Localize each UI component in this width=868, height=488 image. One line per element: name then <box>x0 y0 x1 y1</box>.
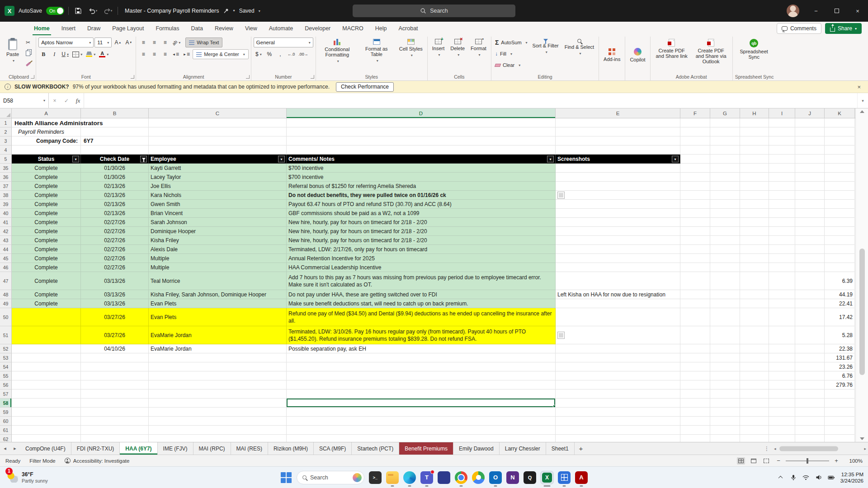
sheet-tab-mai-res[interactable]: MAI (RES) <box>231 442 268 455</box>
name-box[interactable]: D58 ▾ <box>0 93 49 108</box>
cell-j37[interactable] <box>795 182 825 191</box>
cell-j2[interactable] <box>795 127 825 136</box>
cell-c59[interactable] <box>149 408 287 417</box>
cell-e56[interactable] <box>556 380 680 389</box>
cell-f1[interactable] <box>680 118 710 127</box>
row-header-5[interactable]: 5 <box>0 155 12 164</box>
cell-b54[interactable] <box>81 362 149 371</box>
row-header-58[interactable]: 58 <box>0 399 12 408</box>
row-header-48[interactable]: 48 <box>0 290 12 299</box>
cell-a57[interactable] <box>12 389 81 399</box>
cell-a59[interactable] <box>12 408 81 417</box>
cell-d48[interactable]: Do not pay under HAA, these are getting … <box>287 290 556 299</box>
autosave-toggle[interactable]: On <box>46 7 64 15</box>
cell-g55[interactable] <box>710 371 740 380</box>
fill-color-button[interactable]: ▾ <box>85 49 97 59</box>
decrease-decimal-button[interactable]: .00→ <box>297 49 310 59</box>
taskbar-app-app1[interactable] <box>438 471 450 484</box>
cell-c57[interactable] <box>149 389 287 399</box>
increase-font-size-button[interactable]: A▴ <box>113 38 123 47</box>
cell-e60[interactable] <box>556 417 680 426</box>
row-header-50[interactable]: 50 <box>0 308 12 326</box>
decrease-font-size-button[interactable]: A▾ <box>123 38 133 47</box>
autosum-button[interactable]: ΣAutoSum▾ <box>494 38 529 47</box>
cell-c37[interactable]: Joe Ellis <box>149 182 287 191</box>
scroll-right-icon[interactable]: ▸ <box>864 446 866 451</box>
cell-h5[interactable] <box>740 155 769 164</box>
cell-b36[interactable]: 01/30/26 <box>81 173 149 182</box>
cell-a53[interactable] <box>12 353 81 362</box>
cell-b59[interactable] <box>81 408 149 417</box>
cell-c61[interactable] <box>149 426 287 435</box>
cell-f62[interactable] <box>680 435 710 442</box>
weather-widget[interactable]: 1 36°F Partly sunny <box>4 469 52 486</box>
cell-a47[interactable]: Complete <box>12 272 81 290</box>
cell-f59[interactable] <box>680 408 710 417</box>
cell-g47[interactable] <box>710 272 740 290</box>
font-size-select[interactable]: 11▾ <box>94 38 112 47</box>
cell-b41[interactable]: 02/27/26 <box>81 218 149 227</box>
insert-cells-button[interactable]: + Insert ▾ <box>430 38 447 59</box>
cell-f4[interactable] <box>680 145 710 155</box>
close-button[interactable]: × <box>847 0 868 22</box>
column-header-j[interactable]: J <box>795 108 825 118</box>
accounting-format-button[interactable]: $▾ <box>254 49 264 59</box>
ribbon-tab-review[interactable]: Review <box>209 22 239 35</box>
cell-f40[interactable] <box>680 209 710 218</box>
cell-d3[interactable] <box>287 136 556 145</box>
cell-i36[interactable] <box>769 173 795 182</box>
cell-j61[interactable] <box>795 426 825 435</box>
cell-c1[interactable] <box>149 118 287 127</box>
cell-h42[interactable] <box>740 227 769 236</box>
cell-i50[interactable] <box>769 308 795 326</box>
cell-i39[interactable] <box>769 200 795 209</box>
column-header-a[interactable]: A <box>12 108 81 118</box>
filter-dropdown-button-a[interactable]: ▾ <box>72 155 79 162</box>
cell-h57[interactable] <box>740 389 769 399</box>
clipboard-dialog-launcher[interactable] <box>31 75 34 79</box>
cell-g44[interactable] <box>710 245 740 254</box>
cell-d55[interactable] <box>287 371 556 380</box>
cell-i52[interactable] <box>769 344 795 353</box>
row-header-2[interactable]: 2 <box>0 127 12 136</box>
battery-icon[interactable] <box>828 474 835 481</box>
filter-dropdown-button-e[interactable]: ▾ <box>672 155 679 162</box>
cell-j51[interactable] <box>795 326 825 344</box>
increase-indent-button[interactable]: ▸≡ <box>182 49 192 59</box>
cell-f3[interactable] <box>680 136 710 145</box>
cell-j4[interactable] <box>795 145 825 155</box>
cell-h36[interactable] <box>740 173 769 182</box>
screenshot-thumbnail[interactable] <box>557 332 565 339</box>
cell-i62[interactable] <box>769 435 795 442</box>
cell-d42[interactable]: New hire, hourly, pay for hours on timec… <box>287 227 556 236</box>
cell-d43[interactable]: New hire, hourly, pay for hours on timec… <box>287 236 556 245</box>
cell-f43[interactable] <box>680 236 710 245</box>
filter-applied-button-b[interactable] <box>140 155 147 162</box>
saved-status[interactable]: Saved <box>239 8 255 14</box>
cell-j53[interactable] <box>795 353 825 362</box>
column-header-i[interactable]: I <box>769 108 795 118</box>
cell-k60[interactable] <box>825 417 855 426</box>
confirm-entry-button[interactable]: ✓ <box>61 93 72 108</box>
sheet-nav-right-icon[interactable]: ▸ <box>10 442 20 455</box>
paste-button[interactable]: Paste ▾ <box>4 38 21 65</box>
cell-e4[interactable] <box>556 145 680 155</box>
cell-c45[interactable]: Multiple <box>149 254 287 263</box>
cell-c52[interactable]: EvaMarie Jordan <box>149 344 287 353</box>
cell-b57[interactable] <box>81 389 149 399</box>
cell-e53[interactable] <box>556 353 680 362</box>
cell-h61[interactable] <box>740 426 769 435</box>
cell-e44[interactable] <box>556 245 680 254</box>
cell-j38[interactable] <box>795 191 825 200</box>
cell-k54[interactable]: 23.26 <box>825 362 855 371</box>
cell-d52[interactable]: Possible separation pay, ask EH <box>287 344 556 353</box>
select-all-button[interactable] <box>0 108 12 118</box>
cell-c60[interactable] <box>149 417 287 426</box>
align-right-button[interactable]: ≡ <box>160 49 170 59</box>
cell-c36[interactable]: Lacey Taylor <box>149 173 287 182</box>
cell-j35[interactable] <box>795 164 825 173</box>
cell-k2[interactable] <box>825 127 855 136</box>
cell-d56[interactable] <box>287 380 556 389</box>
cell-a50[interactable] <box>12 308 81 326</box>
cell-e61[interactable] <box>556 426 680 435</box>
